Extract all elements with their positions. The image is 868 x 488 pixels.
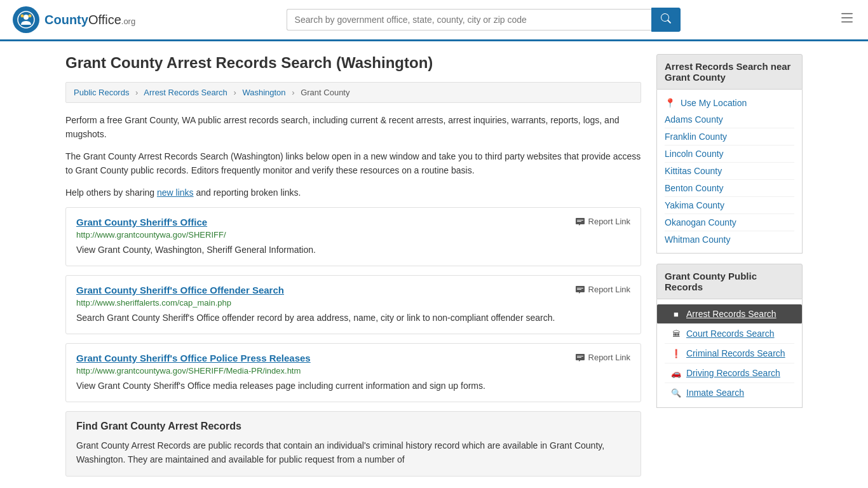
record-icon-4: 🔍 [671,388,681,398]
sidebar-public-records-content: ■Arrest Records Search🏛Court Records Sea… [656,299,803,408]
description-1: Perform a free Grant County, WA public a… [65,113,641,142]
result-title-0[interactable]: Grant County Sheriff's Office [76,217,207,227]
logo-icon [13,6,39,33]
record-link-3[interactable]: Driving Records Search [686,368,780,378]
find-section-heading: Find Grant County Arrest Records [76,421,630,432]
description-3: Help others by sharing new links and rep… [65,186,641,200]
nearby-counties-list: Adams CountyFranklin CountyLincoln Count… [665,111,794,248]
sidebar-county-3[interactable]: Kittitas County [665,163,794,180]
sidebar-nearby-section: Arrest Records Search near Grant County … [656,54,803,254]
sidebar-county-1[interactable]: Franklin County [665,128,794,146]
record-link-4[interactable]: Inmate Search [686,388,744,398]
result-url-2: http://www.grantcountywa.gov/SHERIFF/Med… [76,366,630,376]
breadcrumb-washington[interactable]: Washington [242,88,285,97]
result-url-1: http://www.sheriffalerts.com/cap_main.ph… [76,298,630,308]
sidebar-county-5[interactable]: Yakima County [665,197,794,214]
svg-point-3 [29,15,32,18]
report-link-btn-2[interactable]: Report Link [575,353,630,363]
report-link-btn-0[interactable]: Report Link [575,217,630,227]
sidebar-nearby-title: Arrest Records Search near Grant County [656,54,803,90]
result-desc-2: View Grant County Sheriff's Office media… [76,379,630,393]
use-my-location-row: 📍 Use My Location [665,95,794,111]
new-links[interactable]: new links [157,187,194,198]
sidebar-record-item-2[interactable]: ❗Criminal Records Search [665,344,794,363]
find-section-text: Grant County Arrest Records are public r… [76,438,630,467]
page-title: Grant County Arrest Records Search (Wash… [65,54,641,72]
description-2: The Grant County Arrest Records Search (… [65,149,641,178]
sidebar: Arrest Records Search near Grant County … [656,54,803,477]
sidebar-record-item-3[interactable]: 🚗Driving Records Search [665,363,794,383]
sidebar-county-4[interactable]: Benton County [665,180,794,197]
sidebar-county-2[interactable]: Lincoln County [665,146,794,163]
search-input[interactable] [287,9,651,30]
breadcrumb-public-records[interactable]: Public Records [74,88,129,97]
sidebar-public-records-section: Grant County Public Records ■Arrest Reco… [656,264,803,408]
record-link-1[interactable]: Court Records Search [686,329,775,339]
sidebar-record-item-4[interactable]: 🔍Inmate Search [665,383,794,402]
breadcrumb-arrest-records[interactable]: Arrest Records Search [144,88,227,97]
sidebar-county-7[interactable]: Whitman County [665,231,794,248]
main-container: Grant County Arrest Records Search (Wash… [53,41,815,488]
breadcrumb: Public Records › Arrest Records Search ›… [65,82,641,103]
sidebar-county-6[interactable]: Okanogan County [665,214,794,231]
use-my-location-link[interactable]: Use My Location [681,98,747,108]
public-records-items-list: ■Arrest Records Search🏛Court Records Sea… [665,304,794,402]
record-icon-1: 🏛 [671,329,681,339]
record-icon-3: 🚗 [671,369,681,378]
site-header: CountyOffice.org [0,0,868,41]
result-card-2: Grant County Sheriff's Office Police Pre… [65,343,641,402]
svg-point-2 [21,15,24,18]
result-desc-0: View Grant County, Washington, Sheriff G… [76,243,630,257]
sidebar-county-0[interactable]: Adams County [665,111,794,128]
record-link-0[interactable]: Arrest Records Search [686,309,776,319]
result-title-1[interactable]: Grant County Sheriff's Office Offender S… [76,285,284,295]
sidebar-nearby-content: 📍 Use My Location Adams CountyFranklin C… [656,90,803,254]
search-button[interactable] [651,8,681,32]
content-area: Grant County Arrest Records Search (Wash… [65,54,641,477]
result-cards: Grant County Sheriff's Office Report Lin… [65,207,641,402]
logo-text: CountyOffice.org [44,13,135,27]
result-title-2[interactable]: Grant County Sheriff's Office Police Pre… [76,353,311,363]
record-link-2[interactable]: Criminal Records Search [686,348,785,358]
breadcrumb-current: Grant County [301,88,349,97]
sidebar-record-item-0[interactable]: ■Arrest Records Search [657,304,802,324]
find-section: Find Grant County Arrest Records Grant C… [65,411,641,477]
result-card-1: Grant County Sheriff's Office Offender S… [65,275,641,334]
result-card-0: Grant County Sheriff's Office Report Lin… [65,207,641,266]
result-desc-1: Search Grant County Sheriff's Office off… [76,311,630,325]
search-bar-wrapper [287,8,681,32]
record-icon-0: ■ [671,309,681,319]
report-link-btn-1[interactable]: Report Link [575,285,630,295]
hamburger-menu-icon[interactable] [839,10,855,30]
svg-point-1 [24,15,29,20]
record-icon-2: ❗ [671,349,681,358]
sidebar-public-records-title: Grant County Public Records [656,264,803,299]
sidebar-record-item-1[interactable]: 🏛Court Records Search [665,324,794,344]
logo-area: CountyOffice.org [13,6,135,33]
location-pin-icon: 📍 [665,98,675,108]
result-url-0: http://www.grantcountywa.gov/SHERIFF/ [76,230,630,240]
